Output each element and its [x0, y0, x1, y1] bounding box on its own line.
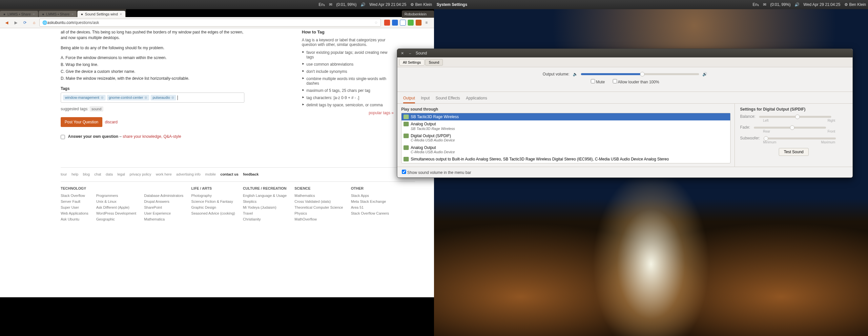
mute-checkbox[interactable]: Mute — [591, 79, 605, 84]
balance-slider[interactable] — [759, 116, 831, 118]
footer-link[interactable]: Physics — [294, 211, 343, 215]
footer-link[interactable]: Skeptics — [243, 200, 286, 204]
forward-button[interactable]: ▶ — [12, 19, 20, 27]
footer-link[interactable]: Meta Stack Exchange — [351, 200, 389, 204]
clock[interactable]: Wed Apr 29 21:04:25 — [801, 2, 842, 7]
footer-link[interactable]: Database Administrators — [144, 193, 183, 197]
files-window-title[interactable]: Robobenklein — [402, 10, 434, 18]
home-button[interactable]: ⌂ — [30, 19, 38, 27]
ext-icon[interactable] — [392, 20, 398, 26]
footer-link[interactable]: Mathematics — [294, 193, 343, 197]
keyboard-indicator[interactable]: En₁ — [316, 2, 327, 7]
subwoofer-slider[interactable] — [764, 138, 836, 140]
footer-link[interactable]: mobile — [205, 172, 216, 176]
footer-link[interactable]: Area 51 — [351, 205, 389, 209]
footer-link[interactable]: Ask Different (Apple) — [96, 205, 136, 209]
browser-tab[interactable]: ●LMMS • Share× — [0, 11, 38, 18]
footer-link[interactable]: English Language & Usage — [243, 193, 286, 197]
footer-link[interactable]: WordPress Development — [96, 211, 136, 215]
footer-link[interactable]: Drupal Answers — [144, 200, 183, 204]
footer-link[interactable]: Theoretical Computer Science — [294, 205, 343, 209]
reload-button[interactable]: ⟳ — [21, 19, 29, 27]
footer-link[interactable]: Travel — [243, 211, 286, 215]
crumb-sound[interactable]: Sound — [425, 59, 443, 66]
back-button[interactable]: ◀ — [3, 19, 10, 27]
footer-link[interactable]: Programmers — [96, 193, 136, 197]
browser-tab[interactable]: ●LMMS • Share× — [39, 11, 77, 18]
address-bar[interactable]: 🌐 askubuntu.com/questions/ask ☆ — [39, 19, 381, 27]
footer-link[interactable]: privacy policy — [130, 172, 151, 176]
show-volume-checkbox[interactable]: Show sound volume in the menu bar — [402, 170, 471, 175]
footer-link[interactable]: Unix & Linux — [96, 200, 136, 204]
footer-link[interactable]: Mathematica — [144, 217, 183, 221]
device-item[interactable]: Analog OutputSB Tactic3D Rage Wireless — [402, 120, 730, 132]
menu-icon[interactable]: ≡ — [424, 20, 429, 26]
user-menu[interactable]: ⚙ Ben Klein — [842, 2, 868, 7]
sound-tab[interactable]: Output — [403, 94, 415, 103]
ext-icon[interactable] — [415, 20, 422, 26]
device-item[interactable]: Simultaneous output to Built-in Audio An… — [402, 156, 730, 163]
footer-link[interactable]: Stack Apps — [351, 193, 389, 197]
footer-link[interactable]: Super User — [61, 205, 88, 209]
device-item[interactable]: Digital Output (S/PDIF)C-Media USB Audio… — [402, 132, 730, 144]
mail-icon[interactable]: ✉ — [327, 2, 334, 7]
footer-link[interactable]: data — [105, 172, 113, 176]
footer-link[interactable]: contact us — [220, 172, 239, 176]
footer-link[interactable]: help — [71, 172, 79, 176]
device-list[interactable]: SB Tactic3D Rage WirelessAnalog OutputSB… — [401, 113, 731, 163]
popular-tags-link[interactable]: popular tags » — [369, 111, 394, 115]
footer-link[interactable]: Stack Overflow — [61, 193, 88, 197]
minimize-icon[interactable]: – — [408, 51, 412, 56]
sound-tab[interactable]: Sound Effects — [436, 94, 460, 103]
footer-link[interactable]: SharePoint — [144, 205, 183, 209]
tag-chip[interactable]: pulseaudio⊗ — [151, 95, 176, 100]
footer-link[interactable]: advertising info — [176, 172, 200, 176]
tag-chip[interactable]: gnome-control-center⊗ — [107, 95, 150, 100]
fade-slider[interactable] — [754, 127, 826, 129]
window-titlebar[interactable]: ✕ – Sound — [397, 49, 852, 57]
footer-link[interactable]: feedback — [243, 172, 259, 176]
bookmark-icon[interactable]: ☆ — [374, 20, 378, 25]
sound-tab[interactable]: Input — [421, 94, 430, 103]
footer-link[interactable]: work here — [156, 172, 172, 176]
tags-input[interactable]: window-management⊗gnome-control-center⊗p… — [61, 93, 244, 103]
mail-icon[interactable]: ✉ — [761, 2, 768, 7]
footer-link[interactable]: Cross Validated (stats) — [294, 200, 343, 204]
footer-link[interactable]: Photography — [191, 193, 235, 197]
footer-link[interactable]: Geographic — [96, 217, 136, 221]
browser-tab[interactable]: ●Sound Settings wind× — [78, 11, 125, 18]
footer-link[interactable]: Server Fault — [61, 200, 88, 204]
footer-link[interactable]: Web Applications — [61, 211, 88, 215]
output-volume-slider[interactable] — [581, 73, 699, 75]
discard-link[interactable]: discard — [105, 120, 118, 124]
footer-link[interactable]: Christianity — [243, 217, 286, 221]
post-question-button[interactable]: Post Your Question — [61, 117, 102, 127]
footer-link[interactable]: Ask Ubuntu — [61, 217, 88, 221]
answer-own-checkbox[interactable] — [61, 135, 65, 139]
battery-indicator[interactable]: (0:01, 99%) — [334, 2, 359, 7]
test-sound-button[interactable]: Test Sound — [779, 148, 808, 156]
footer-link[interactable]: User Experience — [144, 211, 183, 215]
footer-link[interactable]: Graphic Design — [191, 205, 235, 209]
tag-chip[interactable]: window-management⊗ — [63, 95, 105, 100]
user-menu[interactable]: ⚙ Ben Klein — [408, 2, 434, 7]
footer-link[interactable]: Science Fiction & Fantasy — [191, 200, 235, 204]
device-item[interactable]: SB Tactic3D Rage Wireless — [402, 113, 730, 120]
battery-indicator[interactable]: (0:01, 99%) — [768, 2, 793, 7]
suggested-tag[interactable]: sound — [90, 106, 103, 112]
crumb-all-settings[interactable]: All Settings — [399, 59, 425, 66]
footer-link[interactable]: Stack Overflow Careers — [351, 211, 389, 215]
ext-icon[interactable] — [400, 20, 406, 26]
volume-icon[interactable]: 🔊 — [359, 2, 367, 7]
keyboard-indicator[interactable]: En₁ — [750, 2, 761, 7]
sound-tab[interactable]: Applications — [466, 94, 487, 103]
allow-louder-checkbox[interactable]: Allow louder than 100% — [613, 79, 659, 84]
footer-link[interactable]: blog — [83, 172, 90, 176]
ext-icon[interactable] — [384, 20, 390, 26]
footer-link[interactable]: Seasoned Advice (cooking) — [191, 211, 235, 215]
footer-link[interactable]: tour — [61, 172, 67, 176]
answer-own-link[interactable]: share your knowledge, Q&A-style — [123, 134, 181, 139]
footer-link[interactable]: legal — [118, 172, 125, 176]
clock[interactable]: Wed Apr 29 21:04:25 — [367, 2, 408, 7]
footer-link[interactable]: Mi Yodeya (Judaism) — [243, 205, 286, 209]
